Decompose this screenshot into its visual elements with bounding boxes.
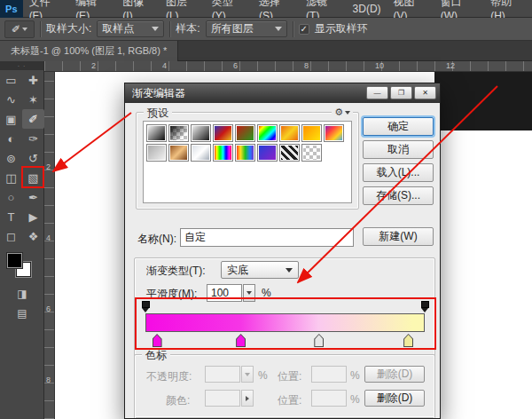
- screen-mode-button[interactable]: ▤: [0, 304, 44, 322]
- window-controls: — ❐ ✕: [366, 86, 436, 99]
- eyedropper-tool[interactable]: ✐: [22, 109, 44, 129]
- preset-orange-yellow-orange[interactable]: [279, 124, 300, 142]
- preset-blue-red-yellow[interactable]: [213, 124, 233, 142]
- tools-panel-header[interactable]: · ·: [0, 61, 43, 70]
- pasteboard-dark-area: [434, 72, 532, 130]
- sample-size-value: 取样点: [102, 21, 134, 36]
- preset-spectrum[interactable]: [257, 124, 278, 142]
- opacity-location-percent-label: %: [350, 369, 360, 382]
- delete-color-stop-button[interactable]: 删除(D): [364, 390, 425, 407]
- preset-silver[interactable]: [191, 144, 211, 162]
- sample-size-dropdown[interactable]: 取样点: [97, 20, 164, 37]
- preset-red-green[interactable]: [235, 124, 255, 142]
- load-button[interactable]: 载入(L)...: [363, 163, 434, 182]
- move-tool[interactable]: ✚: [22, 70, 44, 90]
- pen-tool[interactable]: ✒: [22, 187, 44, 207]
- menu-item[interactable]: 选择(S): [253, 0, 300, 17]
- lasso-tool[interactable]: ∿: [0, 90, 22, 109]
- menu-item[interactable]: 图层(L): [160, 0, 206, 17]
- preset-foreground-to-transparent[interactable]: [168, 124, 189, 142]
- preset-neutral-density[interactable]: [279, 144, 300, 162]
- opacity-input[interactable]: [205, 366, 240, 383]
- ruler-number: 10: [375, 61, 384, 70]
- stop-color-swatch[interactable]: [205, 390, 240, 407]
- new-button[interactable]: 新建(W): [363, 227, 434, 246]
- tool-grid: ▭✚∿✶▣✐◐✑⊚↺◫▧○✒T▶◻❖: [0, 70, 43, 246]
- rectangular-marquee-tool[interactable]: ▭: [0, 70, 22, 90]
- minimize-button[interactable]: —: [366, 86, 388, 99]
- stops-groupbox: 色标: [134, 354, 435, 419]
- preset-transparent[interactable]: [301, 144, 322, 162]
- preset-orange-yellow[interactable]: [301, 124, 322, 142]
- name-label: 名称(N):: [137, 232, 176, 247]
- preset-gray-white[interactable]: [146, 144, 167, 162]
- menu-item[interactable]: 帮助(H): [484, 0, 532, 17]
- preset-foreground-to-background[interactable]: [146, 124, 167, 142]
- preset-bright-rainbow[interactable]: [235, 144, 255, 162]
- eraser-tool[interactable]: ◫: [0, 168, 22, 187]
- preset-violet-rainbow[interactable]: [324, 124, 344, 142]
- cancel-button[interactable]: 取消: [363, 140, 434, 159]
- delete-opacity-stop-button[interactable]: 删除(D): [364, 366, 425, 383]
- clone-stamp-tool[interactable]: ⊚: [0, 148, 22, 168]
- gradient-type-value: 实底: [227, 263, 248, 278]
- type-tool[interactable]: T: [0, 207, 22, 226]
- ruler-number: 2: [46, 162, 51, 171]
- blur-tool[interactable]: ○: [0, 187, 22, 207]
- menu-item[interactable]: 视图(V): [387, 0, 434, 17]
- menu-item[interactable]: 文件(F): [23, 0, 70, 17]
- name-input[interactable]: 自定: [180, 228, 354, 247]
- menu-item[interactable]: 滤镜(T): [300, 0, 347, 17]
- close-button[interactable]: ✕: [414, 86, 436, 99]
- close-icon: ✕: [422, 90, 428, 97]
- opacity-percent-label: %: [258, 369, 268, 382]
- menu-item[interactable]: 3D(D): [347, 0, 387, 17]
- maximize-button[interactable]: ❐: [390, 86, 412, 99]
- save-button[interactable]: 存储(S)...: [363, 186, 434, 205]
- crop-tool[interactable]: ▣: [0, 109, 22, 129]
- healing-brush-tool[interactable]: ◐: [0, 129, 22, 148]
- history-brush-tool[interactable]: ↺: [22, 148, 44, 168]
- menu-items: 文件(F)编辑(E)图像(I)图层(L)类型(Y)选择(S)滤镜(T)3D(D)…: [23, 0, 532, 17]
- options-bar: ✐ 取样大小: 取样点 样本: 所有图层 ✓ 显示取样环: [0, 18, 532, 41]
- ruler-number: 4: [162, 61, 167, 70]
- presets-menu-button[interactable]: ⚙: [332, 107, 353, 118]
- preset-blue-purple[interactable]: [257, 144, 278, 162]
- path-selection-tool[interactable]: ▶: [22, 207, 44, 226]
- current-tool-well[interactable]: ✐: [4, 20, 35, 38]
- brush-tool[interactable]: ✑: [22, 129, 44, 148]
- opacity-location-label: 位置:: [278, 369, 301, 384]
- color-location-input[interactable]: [311, 390, 347, 407]
- vertical-ruler: 2468: [44, 72, 55, 419]
- opacity-location-input[interactable]: [311, 366, 347, 383]
- presets-label: 预设: [144, 106, 172, 121]
- gradient-type-dropdown[interactable]: 实底: [221, 261, 299, 279]
- ok-button[interactable]: 确定: [363, 117, 434, 136]
- opacity-slider-button[interactable]: [241, 366, 254, 383]
- eyedropper-icon: ✐: [12, 23, 20, 36]
- preset-black-white[interactable]: [191, 124, 211, 142]
- menu-item[interactable]: 类型(Y): [206, 0, 253, 17]
- document-tab[interactable]: 未标题-1 @ 100% (图层 1, RGB/8) *: [0, 41, 178, 61]
- gradient-editor-dialog: 渐变编辑器 — ❐ ✕ 预设 ⚙ 确定 取消 载入(L)... 存储(S)...…: [124, 83, 441, 419]
- quick-mask-icon: ◨: [17, 288, 27, 300]
- hand-tool[interactable]: ❖: [22, 226, 44, 246]
- quick-mask-button[interactable]: ◨: [0, 285, 44, 303]
- sample-dropdown[interactable]: 所有图层: [206, 20, 287, 37]
- shape-tool[interactable]: ◻: [0, 226, 22, 246]
- dialog-title: 渐变编辑器: [132, 86, 185, 101]
- menu-item[interactable]: 图像(I): [116, 0, 160, 17]
- foreground-color-swatch[interactable]: [7, 253, 22, 268]
- stop-color-menu-button[interactable]: [241, 390, 254, 407]
- ruler-number: 4: [46, 233, 51, 242]
- menu-item[interactable]: 编辑(E): [69, 0, 116, 17]
- maximize-icon: ❐: [398, 90, 404, 97]
- preset-copper[interactable]: [168, 144, 189, 162]
- separator: [169, 21, 170, 37]
- show-sampling-ring-checkbox[interactable]: ✓: [299, 24, 309, 35]
- presets-groupbox: 预设 ⚙: [136, 112, 359, 210]
- magic-wand-tool[interactable]: ✶: [22, 90, 44, 109]
- menu-item[interactable]: 窗口(W): [434, 0, 484, 17]
- separator: [293, 21, 293, 37]
- preset-rainbow[interactable]: [213, 144, 233, 162]
